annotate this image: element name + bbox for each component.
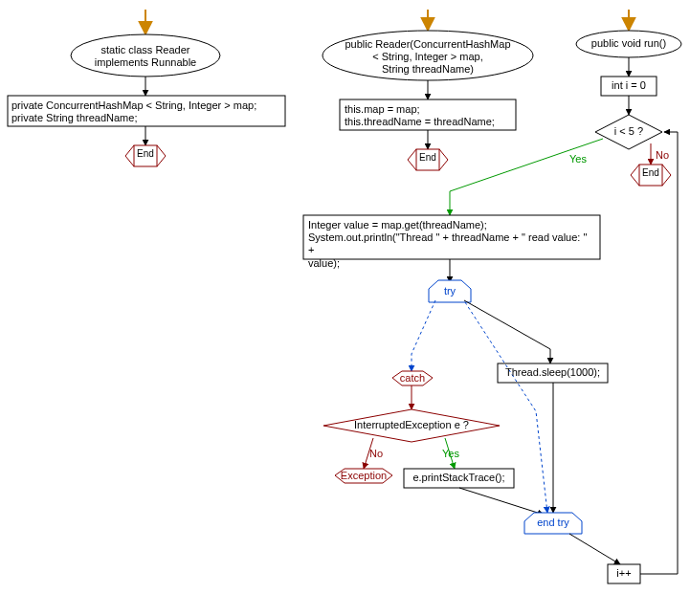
svg-point-7 [323, 31, 533, 80]
svg-rect-15 [601, 77, 657, 96]
svg-rect-9 [340, 99, 516, 130]
svg-rect-24 [608, 564, 640, 583]
svg-rect-5 [134, 145, 157, 166]
svg-rect-23 [498, 363, 608, 383]
svg-rect-18 [639, 165, 662, 186]
svg-point-1 [71, 34, 220, 77]
svg-rect-22 [404, 469, 514, 488]
svg-rect-19 [303, 215, 600, 259]
svg-rect-11 [416, 149, 439, 170]
svg-point-13 [576, 31, 681, 57]
svg-rect-3 [8, 96, 285, 126]
